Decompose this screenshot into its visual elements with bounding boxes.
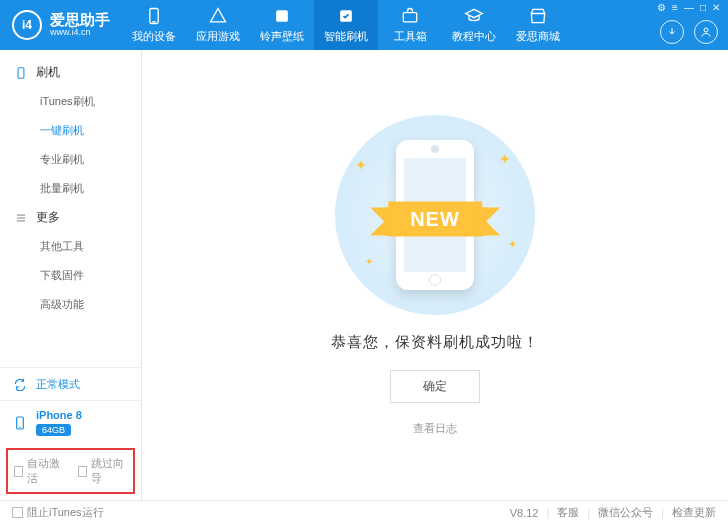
nav-tutorials[interactable]: 教程中心	[442, 0, 506, 50]
nav-apps[interactable]: 应用游戏	[186, 0, 250, 50]
phone-icon	[12, 413, 28, 433]
sidebar-item-other-tools[interactable]: 其他工具	[0, 232, 141, 261]
device-name: iPhone 8	[36, 409, 82, 421]
sidebar-item-itunes-flash[interactable]: iTunes刷机	[0, 87, 141, 116]
confirm-button[interactable]: 确定	[390, 370, 480, 403]
footer-link-support[interactable]: 客服	[557, 505, 579, 520]
footer-link-update[interactable]: 检查更新	[672, 505, 716, 520]
app-name: 爱思助手	[50, 12, 110, 29]
status-bar: 阻止iTunes运行 V8.12 | 客服 | 微信公众号 | 检查更新	[0, 500, 728, 524]
user-icon	[700, 26, 712, 38]
sidebar-item-advanced[interactable]: 高级功能	[0, 290, 141, 319]
wallpaper-icon	[272, 6, 292, 26]
sidebar-item-download-firmware[interactable]: 下载固件	[0, 261, 141, 290]
success-message: 恭喜您，保资料刷机成功啦！	[331, 333, 539, 352]
app-logo: i4 爱思助手 www.i4.cn	[0, 10, 122, 40]
svg-point-5	[704, 28, 708, 32]
success-illustration: ✦✦✦✦ NEW	[335, 115, 535, 315]
svg-rect-2	[276, 10, 288, 22]
checkbox-icon	[78, 466, 87, 477]
footer-link-wechat[interactable]: 微信公众号	[598, 505, 653, 520]
device-indicator[interactable]: iPhone 8 64GB	[0, 400, 141, 444]
store-icon	[528, 6, 548, 26]
new-ribbon: NEW	[388, 201, 482, 236]
tutorials-icon	[464, 6, 484, 26]
sidebar-section-more: 更多	[0, 203, 141, 232]
checkbox-icon	[14, 466, 23, 477]
title-bar: i4 爱思助手 www.i4.cn 我的设备 应用游戏 铃声壁纸 智能刷机 工具…	[0, 0, 728, 50]
nav-ringtones[interactable]: 铃声壁纸	[250, 0, 314, 50]
flash-icon	[336, 6, 356, 26]
svg-rect-4	[403, 13, 416, 22]
download-icon	[666, 26, 678, 38]
window-controls: ⚙ ≡ — □ ✕	[657, 2, 720, 13]
apps-icon	[208, 6, 228, 26]
logo-icon: i4	[12, 10, 42, 40]
version-label: V8.12	[510, 507, 539, 519]
user-button[interactable]	[694, 20, 718, 44]
sidebar-item-batch-flash[interactable]: 批量刷机	[0, 174, 141, 203]
nav-flash[interactable]: 智能刷机	[314, 0, 378, 50]
maximize-icon[interactable]: □	[700, 2, 706, 13]
checkbox-icon	[12, 507, 23, 518]
minimize-icon[interactable]: —	[684, 2, 694, 13]
phone-icon	[144, 6, 164, 26]
sidebar-item-pro-flash[interactable]: 专业刷机	[0, 145, 141, 174]
view-log-link[interactable]: 查看日志	[413, 421, 457, 436]
menu-icon[interactable]: ≡	[672, 2, 678, 13]
sidebar-item-onekey-flash[interactable]: 一键刷机	[0, 116, 141, 145]
nav-my-device[interactable]: 我的设备	[122, 0, 186, 50]
more-icon	[14, 211, 28, 225]
device-icon	[14, 66, 28, 80]
close-icon[interactable]: ✕	[712, 2, 720, 13]
sidebar: 刷机 iTunes刷机 一键刷机 专业刷机 批量刷机 更多 其他工具 下载固件 …	[0, 50, 142, 500]
checkbox-block-itunes[interactable]: 阻止iTunes运行	[12, 505, 104, 520]
download-button[interactable]	[660, 20, 684, 44]
app-url: www.i4.cn	[50, 28, 110, 38]
settings-icon[interactable]: ⚙	[657, 2, 666, 13]
nav-toolbox[interactable]: 工具箱	[378, 0, 442, 50]
checkbox-auto-activate[interactable]: 自动激活	[14, 456, 64, 486]
main-content: ✦✦✦✦ NEW 恭喜您，保资料刷机成功啦！ 确定 查看日志	[142, 50, 728, 500]
svg-rect-6	[18, 67, 24, 78]
sidebar-section-flash: 刷机	[0, 58, 141, 87]
top-nav: 我的设备 应用游戏 铃声壁纸 智能刷机 工具箱 教程中心 爱思商城	[122, 0, 570, 50]
options-highlighted: 自动激活 跳过向导	[6, 448, 135, 494]
nav-store[interactable]: 爱思商城	[506, 0, 570, 50]
refresh-icon	[12, 376, 28, 392]
mode-indicator[interactable]: 正常模式	[0, 367, 141, 400]
checkbox-skip-guide[interactable]: 跳过向导	[78, 456, 128, 486]
toolbox-icon	[400, 6, 420, 26]
storage-badge: 64GB	[36, 424, 71, 436]
